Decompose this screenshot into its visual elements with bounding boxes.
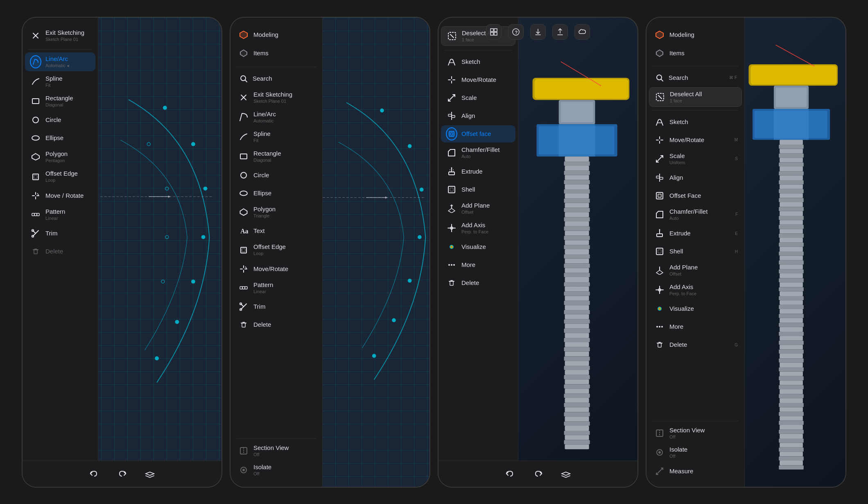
sidebar-item-add-plane-exp[interactable]: Add Plane Offset [649,261,742,280]
scale-icon [446,92,457,104]
redo-button[interactable] [115,466,129,481]
sidebar-item-measure-exp[interactable]: Measure [649,463,742,480]
svg-rect-260 [657,234,662,237]
ellipse-label: Ellipse [253,190,271,197]
svg-rect-119 [564,384,590,389]
sidebar-item-isolate-exp[interactable]: Isolate Off [649,443,742,462]
svg-rect-234 [779,403,804,407]
sidebar-item-chamfer-fillet[interactable]: Chamfer/Fillet Auto [441,143,515,162]
sidebar-item-pattern[interactable]: Pattern Linear [233,278,320,297]
sidebar-item-text[interactable]: Aa Text [233,222,320,240]
delete-label: Delete [461,279,479,287]
sidebar-item-exit-sketching[interactable]: Exit Sketching Sketch Plane 01 [233,88,320,107]
upload-button[interactable] [552,24,568,40]
sidebar-item-offset-edge[interactable]: Offset Edge Loop [233,240,320,259]
svg-point-271 [659,326,660,328]
sidebar-item-deselect-expanded[interactable]: Deselect All 1 face [649,87,742,107]
sidebar-item-align[interactable]: Align [441,107,515,124]
sidebar-item-polygon[interactable]: Polygon Triangle [233,203,320,221]
svg-rect-156 [450,188,453,191]
sidebar-item-add-plane[interactable]: Add Plane Offset [441,199,515,218]
sidebar-item-visualize[interactable]: Visualize [441,238,515,255]
sidebar-item-rectangle[interactable]: Rectangle Diagonal [25,92,95,111]
sidebar-item-exit-sketching[interactable]: Exit Sketching Sketch Plane 01 [25,26,95,45]
search-row-expanded[interactable]: Search ⌘ F [649,70,742,86]
sidebar-item-spline[interactable]: Spline Fit [233,127,320,146]
visualize-icon [446,241,457,253]
download-button[interactable] [530,24,546,40]
sidebar-item-modeling[interactable]: Modeling [233,26,320,43]
sidebar-item-trim[interactable]: Trim [233,298,320,315]
sidebar-item-move-rotate[interactable]: Move / Rotate [25,187,95,204]
sidebar-3d: Deselect All 1 face Sketch Move/Rotate S [439,18,518,487]
help-button[interactable]: ? [508,24,524,40]
x-icon [30,30,41,41]
chamfer-icon [446,147,457,158]
sidebar-item-ellipse[interactable]: Ellipse [25,129,95,147]
sidebar-item-move-rotate[interactable]: Move/Rotate [233,260,320,278]
rectangle-label: Rectangle [253,150,281,157]
sidebar-item-rectangle[interactable]: Rectangle Diagonal [233,147,320,166]
sidebar-item-add-axis-exp[interactable]: Add Axis Perp. to Face [649,280,742,299]
svg-rect-228 [779,376,804,380]
cloud-button[interactable] [574,24,590,40]
sidebar-item-shell[interactable]: Shell [441,181,515,198]
layers-button[interactable] [142,466,157,481]
svg-rect-239 [780,425,803,429]
layers-button[interactable] [558,466,573,481]
items-icon [654,47,665,59]
search-row[interactable]: Search [233,70,320,87]
sidebar-item-delete[interactable]: Delete [233,316,320,333]
grid-button[interactable] [486,24,502,40]
svg-rect-210 [779,296,804,300]
sidebar-item-extrude[interactable]: Extrude [441,163,515,180]
sidebar-item-ellipse[interactable]: Ellipse [233,185,320,202]
sidebar-item-items[interactable]: Items [649,45,742,62]
expanded-3d-svg [745,18,845,487]
sidebar-item-more-exp[interactable]: More [649,318,742,335]
sidebar-item-scale[interactable]: Scale [441,89,515,106]
sidebar-item-extrude-exp[interactable]: Extrude E [649,225,742,242]
sidebar-item-delete[interactable]: Delete [25,243,95,260]
sidebar-item-move-rotate[interactable]: Move/Rotate [441,71,515,88]
undo-button[interactable] [503,466,518,481]
sidebar-item-more[interactable]: More [441,256,515,273]
sidebar-item-shell-exp[interactable]: Shell H [649,243,742,260]
svg-rect-111 [564,347,590,351]
sidebar-item-add-axis[interactable]: Add Axis Perp. to Face [441,219,515,237]
sidebar-item-line-arc[interactable]: Line/Arc Automatic [233,108,320,127]
sidebar-item-delete-exp[interactable]: Delete G [649,336,742,353]
sidebar-item-line-arc[interactable]: Line/Arc Automatic ◂ [25,52,95,71]
sidebar-item-align-exp[interactable]: Align [649,169,742,186]
sidebar-item-scale-exp[interactable]: Scale Uniform S [649,149,742,168]
sidebar-item-pattern[interactable]: Pattern Linear [25,205,95,224]
undo-button[interactable] [87,466,102,481]
sidebar-item-trim[interactable]: Trim [25,225,95,242]
sidebar-item-spline[interactable]: Spline Fit [25,72,95,91]
sidebar-item-offset-face[interactable]: Offset face [441,125,515,142]
sidebar-item-isolate[interactable]: Isolate Off [233,461,320,479]
sidebar-item-circle[interactable]: Circle [25,111,95,129]
sidebar-item-chamfer-exp[interactable]: Chamfer/Fillet Auto F [649,205,742,224]
svg-rect-147 [452,115,455,118]
sidebar-item-items[interactable]: Items [233,45,320,62]
sidebar-item-delete[interactable]: Delete [441,274,515,292]
svg-rect-87 [564,235,590,240]
sidebar-item-modeling[interactable]: Modeling [649,26,742,43]
redo-button[interactable] [531,466,545,481]
svg-rect-49 [241,247,246,253]
sidebar-item-sketch[interactable]: Sketch [649,113,742,131]
sidebar-item-circle[interactable]: Circle [233,167,320,184]
align-icon [446,110,457,122]
sidebar-item-section-view[interactable]: Section View Off [233,441,320,460]
sidebar-item-sketch[interactable]: Sketch [441,53,515,70]
sidebar-item-offset-edge[interactable]: Offset Edge Loop [25,167,95,186]
svg-rect-105 [564,319,590,323]
sidebar-item-visualize-exp[interactable]: Visualize [649,300,742,317]
sidebar-item-move-rotate-exp[interactable]: Move/Rotate M [649,131,742,149]
sidebar-item-section-view-exp[interactable]: Section View Off [649,424,742,443]
sidebar-item-offset-face-exp[interactable]: Offset Face [649,187,742,204]
svg-rect-90 [565,249,589,254]
svg-rect-92 [565,258,589,263]
sidebar-item-polygon[interactable]: Polygon Pentagon [25,147,95,166]
